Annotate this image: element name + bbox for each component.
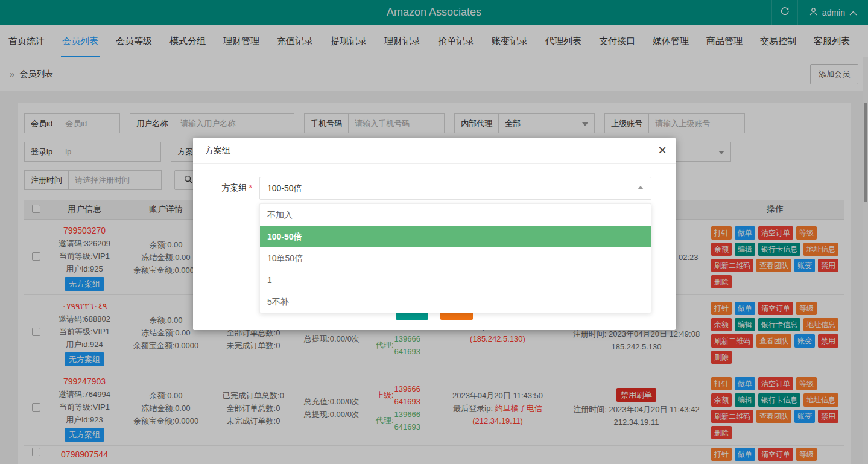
- plan-group-select[interactable]: 100-50倍: [259, 177, 651, 200]
- plan-group-select-value: 100-50倍: [267, 183, 302, 193]
- modal-title: 方案组: [205, 145, 230, 155]
- dropdown-option[interactable]: 100-50倍: [260, 226, 651, 247]
- close-icon[interactable]: ×: [658, 141, 667, 159]
- required-mark: *: [249, 183, 252, 192]
- plan-group-field-label: 方案组: [222, 183, 247, 192]
- dropdown-option[interactable]: 不加入: [260, 204, 651, 226]
- dropdown-option[interactable]: 10单50倍: [260, 247, 651, 269]
- dropdown-option[interactable]: 1: [260, 269, 651, 291]
- chevron-up-icon: [638, 186, 644, 189]
- dropdown-option[interactable]: 5不补: [260, 291, 651, 313]
- plan-group-dropdown: 不加入100-50倍10单50倍15不补: [259, 203, 651, 313]
